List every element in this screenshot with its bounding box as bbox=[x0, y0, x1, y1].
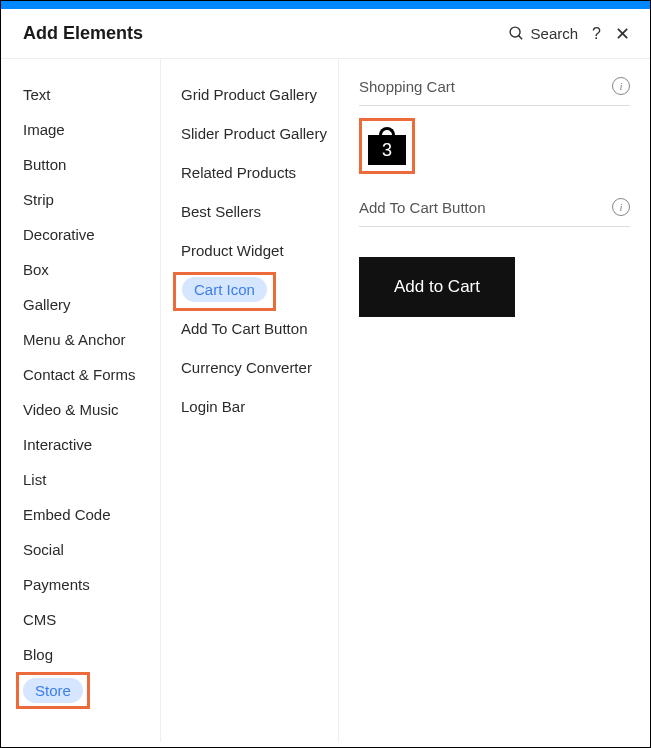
subcategory-item-cart-icon[interactable]: Cart Icon bbox=[182, 277, 267, 302]
shopping-cart-label: Shopping Cart bbox=[359, 78, 455, 95]
category-item-strip[interactable]: Strip bbox=[23, 182, 54, 217]
panel-title: Add Elements bbox=[23, 23, 143, 44]
subcategory-item-login-bar[interactable]: Login Bar bbox=[181, 389, 245, 424]
help-button[interactable]: ? bbox=[592, 25, 601, 43]
cart-icon-highlight: 3 bbox=[359, 118, 415, 174]
category-item-image[interactable]: Image bbox=[23, 112, 65, 147]
search-button[interactable]: Search bbox=[508, 25, 579, 42]
svg-point-0 bbox=[510, 27, 520, 37]
category-item-embed-code[interactable]: Embed Code bbox=[23, 497, 111, 532]
category-item-blog[interactable]: Blog bbox=[23, 637, 53, 672]
category-item-cms[interactable]: CMS bbox=[23, 602, 56, 637]
add-elements-panel: Add Elements Search ? ✕ TextImageButtonS… bbox=[0, 0, 651, 748]
search-icon bbox=[508, 25, 525, 42]
subcategory-item-currency-converter[interactable]: Currency Converter bbox=[181, 350, 312, 385]
add-to-cart-element[interactable]: Add to Cart bbox=[359, 257, 515, 317]
header-actions: Search ? ✕ bbox=[508, 25, 630, 43]
preview-pane: Shopping Cart i 3 Add To Cart Button i A… bbox=[339, 59, 650, 742]
window-accent-bar bbox=[1, 1, 650, 9]
subcategory-item-add-to-cart-button[interactable]: Add To Cart Button bbox=[181, 311, 307, 346]
cart-count-badge: 3 bbox=[368, 140, 406, 161]
info-icon[interactable]: i bbox=[612, 77, 630, 95]
category-item-payments[interactable]: Payments bbox=[23, 567, 90, 602]
add-to-cart-section-label: Add To Cart Button bbox=[359, 199, 485, 216]
category-item-contact-forms[interactable]: Contact & Forms bbox=[23, 357, 136, 392]
cart-icon-element[interactable]: 3 bbox=[368, 127, 406, 165]
category-item-decorative[interactable]: Decorative bbox=[23, 217, 95, 252]
subcategory-item-slider-product-gallery[interactable]: Slider Product Gallery bbox=[181, 116, 327, 151]
subcategory-item-product-widget[interactable]: Product Widget bbox=[181, 233, 284, 268]
category-list: TextImageButtonStripDecorativeBoxGallery… bbox=[1, 59, 161, 742]
subcategory-item-best-sellers[interactable]: Best Sellers bbox=[181, 194, 261, 229]
panel-body: TextImageButtonStripDecorativeBoxGallery… bbox=[1, 59, 650, 742]
subcategory-list: Grid Product GallerySlider Product Galle… bbox=[161, 59, 339, 742]
close-button[interactable]: ✕ bbox=[615, 25, 630, 43]
shopping-cart-section-header: Shopping Cart i bbox=[359, 77, 630, 106]
panel-header: Add Elements Search ? ✕ bbox=[1, 9, 650, 59]
search-label: Search bbox=[531, 25, 579, 42]
category-item-gallery[interactable]: Gallery bbox=[23, 287, 71, 322]
category-item-interactive[interactable]: Interactive bbox=[23, 427, 92, 462]
subcategory-highlight: Cart Icon bbox=[173, 272, 276, 311]
category-item-menu-anchor[interactable]: Menu & Anchor bbox=[23, 322, 126, 357]
category-item-button[interactable]: Button bbox=[23, 147, 66, 182]
info-icon[interactable]: i bbox=[612, 198, 630, 216]
category-item-text[interactable]: Text bbox=[23, 77, 51, 112]
category-item-store[interactable]: Store bbox=[23, 678, 83, 703]
add-to-cart-section-header: Add To Cart Button i bbox=[359, 198, 630, 227]
svg-line-1 bbox=[518, 36, 522, 40]
subcategory-item-grid-product-gallery[interactable]: Grid Product Gallery bbox=[181, 77, 317, 112]
category-item-video-music[interactable]: Video & Music bbox=[23, 392, 119, 427]
category-item-social[interactable]: Social bbox=[23, 532, 64, 567]
category-item-box[interactable]: Box bbox=[23, 252, 49, 287]
subcategory-item-related-products[interactable]: Related Products bbox=[181, 155, 296, 190]
category-item-list[interactable]: List bbox=[23, 462, 46, 497]
category-highlight: Store bbox=[16, 672, 90, 709]
